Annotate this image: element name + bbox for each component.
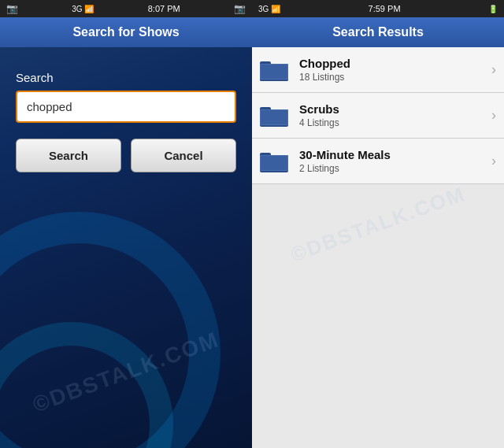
search-label: Search (16, 71, 236, 84)
result-text-1: Scrubs 4 Listings (299, 102, 485, 128)
right-header: Search Results (252, 17, 504, 47)
result-title-0: Chopped (299, 57, 485, 70)
right-status-bar: 3G 📶 7:59 PM 🔋 (252, 0, 504, 17)
result-subtitle-1: 4 Listings (299, 117, 485, 128)
right-panel: 3G 📶 7:59 PM 🔋 Search Results Chopped 18… (252, 0, 504, 448)
results-list: Chopped 18 Listings › Scrubs 4 Listings … (252, 47, 504, 448)
camera-icon-left2: 📷 (234, 3, 246, 14)
chevron-icon-2: › (491, 153, 496, 169)
result-title-2: 30-Minute Meals (299, 148, 485, 161)
result-subtitle-2: 2 Listings (299, 163, 485, 174)
left-header: Search for Shows (0, 17, 252, 47)
left-status-bar: 📷 3G 📶 8:07 PM 📷 (0, 0, 252, 17)
search-button[interactable]: Search (16, 139, 121, 172)
time-left: 8:07 PM (148, 4, 180, 13)
result-text-2: 30-Minute Meals 2 Listings (299, 148, 485, 174)
time-right: 7:59 PM (369, 4, 401, 13)
list-item[interactable]: 30-Minute Meals 2 Listings › (252, 139, 504, 184)
result-subtitle-0: 18 Listings (299, 72, 485, 83)
left-content: Search Search Cancel (0, 47, 252, 448)
left-panel: 📷 3G 📶 8:07 PM 📷 Search for Shows Search… (0, 0, 252, 448)
folder-icon-1 (260, 104, 290, 128)
result-title-1: Scrubs (299, 102, 485, 116)
signal-icon-right: 3G 📶 (258, 5, 280, 13)
result-text-0: Chopped 18 Listings (299, 57, 485, 83)
battery-icon-right: 🔋 (488, 5, 498, 13)
cancel-button[interactable]: Cancel (131, 139, 236, 172)
svg-rect-12 (261, 156, 287, 170)
search-input[interactable] (16, 91, 236, 123)
left-header-title: Search for Shows (72, 25, 179, 39)
folder-icon-0 (260, 58, 290, 82)
right-header-title: Search Results (332, 25, 424, 39)
svg-rect-4 (261, 65, 287, 79)
chevron-icon-0: › (491, 61, 496, 78)
folder-icon-2 (260, 150, 290, 173)
chevron-icon-1: › (491, 107, 496, 124)
camera-icon-left: 📷 (6, 3, 18, 14)
signal-icon-left: 3G 📶 (72, 5, 94, 13)
list-item[interactable]: Scrubs 4 Listings › (252, 93, 504, 139)
svg-rect-8 (261, 110, 287, 124)
button-row: Search Cancel (16, 139, 236, 172)
list-item[interactable]: Chopped 18 Listings › (252, 47, 504, 93)
